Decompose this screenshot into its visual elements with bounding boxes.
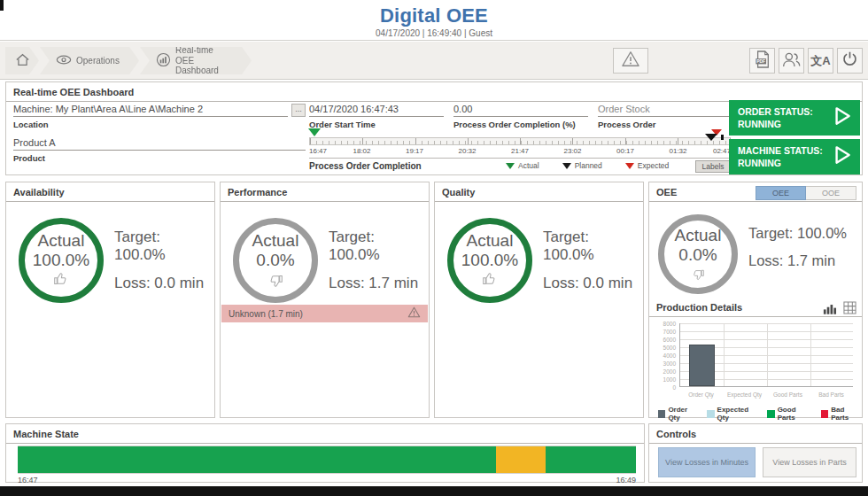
- svg-text:PDF: PDF: [756, 59, 765, 64]
- order-status-label: ORDER STATUS:: [738, 105, 813, 118]
- loss-reason-row[interactable]: Unknown (1.7 min): [221, 305, 428, 322]
- users-button[interactable]: [779, 48, 804, 74]
- y-tick-label: 8000: [656, 321, 676, 327]
- machine-state-times: 16:47 16:49: [18, 476, 636, 484]
- eye-icon: [56, 55, 72, 67]
- machine-state-segment-slowdown[interactable]: [496, 446, 546, 473]
- actual-label: Actual: [675, 227, 722, 245]
- actual-label: Actual: [38, 232, 85, 251]
- screen-artifact: [0, 486, 868, 496]
- planned-expected-marker-icon[interactable]: [711, 123, 724, 144]
- y-tick-label: 2000: [656, 368, 676, 375]
- breadcrumb-label: Operations: [76, 56, 120, 66]
- x-tick-label: Order Qty: [679, 391, 723, 398]
- actual-marker-icon[interactable]: [308, 128, 321, 136]
- labels-button[interactable]: Labels: [695, 160, 731, 173]
- process-order-value[interactable]: Order Stock: [598, 104, 731, 117]
- timeline-tick: 23:02: [563, 147, 581, 155]
- card-title: Availability: [6, 182, 214, 202]
- loss-text: Loss: 0.0 min: [543, 275, 643, 292]
- panel-title: Machine State: [6, 424, 644, 444]
- view-losses-minutes-button[interactable]: View Losses in Minutes: [658, 447, 756, 477]
- machine-label: Location: [13, 120, 288, 129]
- timeline-tick: 21:47: [511, 147, 529, 155]
- timeline-tick-labels: 16:4718:0219:1720:3221:4723:0200:1701:32…: [309, 147, 731, 156]
- legend-item: Expected Qty: [707, 406, 759, 422]
- process-order-timeline: 16:4718:0219:1720:3221:4723:0200:1701:32…: [309, 128, 731, 169]
- panel-title: Real-time OEE Dashboard: [6, 82, 862, 102]
- table-view-icon[interactable]: [843, 301, 856, 318]
- breadcrumb-operations[interactable]: Operations: [40, 47, 139, 74]
- timeline-tick: 16:47: [309, 147, 327, 155]
- quality-gauge: Actual 100.0%: [447, 218, 532, 303]
- tab-oee[interactable]: OEE: [756, 186, 806, 200]
- kpi-details: Target: 100.0% Loss: 0.0 min: [543, 229, 643, 303]
- timeline-ruler[interactable]: [309, 137, 731, 145]
- kpi-details: Target: 100.0% Loss: 0.0 min: [114, 229, 214, 303]
- machine-value[interactable]: Machine: My Plant\Area A\Line A\Machine …: [13, 104, 288, 117]
- machine-status-button[interactable]: MACHINE STATUS: RUNNING: [729, 139, 860, 174]
- kpi-details: Target: 100.0% Loss: 1.7 min: [329, 229, 429, 303]
- export-pdf-button[interactable]: PDF: [749, 48, 775, 74]
- thumb-down-icon: [691, 266, 705, 282]
- home-icon: [15, 53, 30, 69]
- header-datetime-user: 04/17/2020 | 16:49:40 | Guest: [0, 28, 868, 38]
- availability-gauge: Actual 100.0%: [19, 218, 104, 303]
- chart-view-icon[interactable]: [823, 302, 837, 318]
- legend-item: Good Parts: [767, 406, 813, 422]
- production-details-title: Production Details: [656, 302, 742, 313]
- tab-ooe[interactable]: OOE: [806, 186, 856, 200]
- target-text: Target: 100.0%: [114, 229, 214, 264]
- card-title: Quality: [435, 182, 643, 202]
- product-label: Product: [13, 153, 306, 163]
- machine-state-bar[interactable]: [18, 446, 636, 474]
- order-start-value[interactable]: 04/17/2020 16:47:43: [309, 104, 444, 117]
- digital-oee-app: Digital OEE 04/17/2020 | 16:49:40 | Gues…: [0, 0, 868, 496]
- machine-state-segment-running[interactable]: [18, 446, 496, 473]
- production-details-chart: 010002000300040005000600070008000Order Q…: [656, 322, 856, 403]
- machine-browse-button[interactable]: ...: [291, 104, 306, 117]
- order-status-value: RUNNING: [738, 118, 813, 130]
- y-tick-label: 0: [656, 384, 676, 391]
- completion-value[interactable]: 0.00: [453, 104, 588, 117]
- timeline-tick: 18:02: [353, 147, 370, 155]
- target-text: Target: 100.0%: [748, 225, 847, 242]
- legend-item: Actual: [506, 161, 539, 170]
- pdf-document-icon: PDF: [755, 50, 771, 72]
- order-status-button[interactable]: ORDER STATUS: RUNNING: [729, 100, 860, 136]
- view-losses-parts-button[interactable]: View Losses in Parts: [763, 447, 856, 477]
- machine-state-segment-running[interactable]: [546, 446, 636, 473]
- language-button[interactable]: 文A: [808, 48, 833, 74]
- timeline-footer: Process Order Completion ActualPlannedEx…: [309, 160, 731, 173]
- toolbar: Operations Real-time OEE Dashboard PDF: [0, 42, 868, 80]
- timeline-tick: 02:47: [713, 147, 731, 155]
- play-icon: [830, 105, 853, 131]
- machine-status-label: MACHINE STATUS:: [738, 144, 823, 157]
- timeline-underline: [309, 158, 731, 159]
- timeline-legend: ActualPlannedExpected: [506, 161, 669, 170]
- actual-label: Actual: [467, 232, 514, 251]
- panel-title: Controls: [649, 424, 862, 444]
- breadcrumb-label: Real-time OEE Dashboard: [175, 45, 234, 76]
- x-tick-label: Good Parts: [766, 391, 810, 398]
- logout-power-button[interactable]: [837, 48, 863, 74]
- availability-card: Availability Actual 100.0% Target: 100.0…: [5, 182, 215, 418]
- machine-status-value: RUNNING: [738, 157, 823, 169]
- breadcrumb-realtime-oee[interactable]: Real-time OEE Dashboard: [140, 47, 252, 74]
- performance-gauge: Actual 0.0%: [233, 218, 318, 303]
- page-title: Digital OEE: [0, 0, 868, 27]
- machine-field[interactable]: Machine: My Plant\Area A\Line A\Machine …: [13, 104, 288, 129]
- y-tick-label: 3000: [656, 360, 676, 367]
- alarms-button[interactable]: [613, 48, 648, 74]
- product-value[interactable]: Product A: [13, 137, 306, 151]
- end-time: 16:49: [616, 476, 636, 484]
- legend-item: Order Qty: [658, 406, 699, 422]
- completion-field[interactable]: 0.00 Process Order Completion (%): [453, 104, 588, 129]
- production-details-legend: Order QtyExpected QtyGood PartsBad Parts: [658, 406, 862, 422]
- breadcrumb-home[interactable]: [5, 47, 39, 74]
- bar-order-qty: [689, 345, 715, 386]
- actual-value: 100.0%: [461, 251, 518, 271]
- product-field[interactable]: Product A Product: [13, 137, 306, 163]
- start-time: 16:47: [18, 476, 38, 484]
- order-start-field[interactable]: 04/17/2020 16:47:43 Order Start Time: [309, 104, 444, 129]
